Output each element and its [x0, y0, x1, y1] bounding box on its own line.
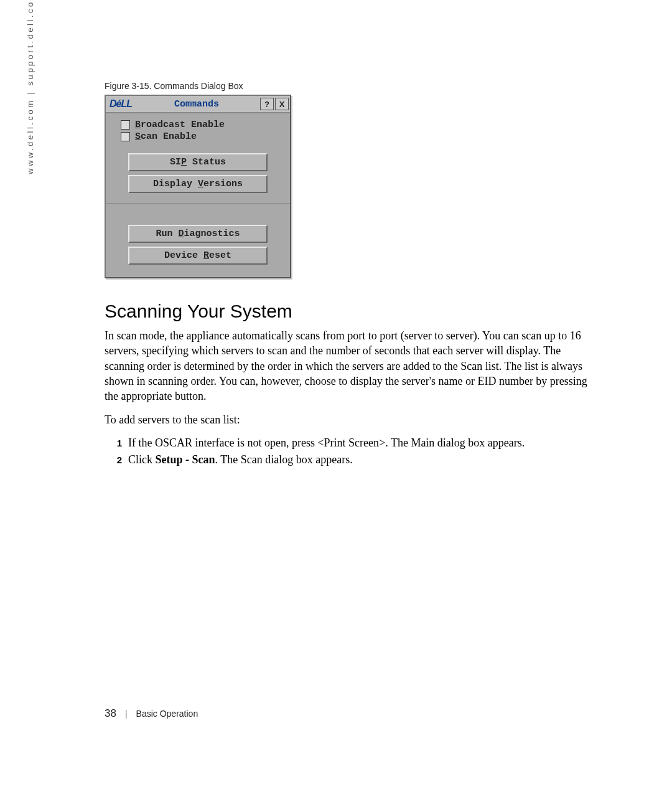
figure-caption: Figure 3-15. Commands Dialog Box: [105, 81, 596, 91]
run-diagnostics-button[interactable]: Run Diagnostics: [128, 225, 268, 243]
section-heading: Scanning Your System: [105, 301, 596, 322]
list-item: 1 If the OSCAR interface is not open, pr…: [105, 437, 596, 450]
dialog-title: Commands: [134, 99, 259, 110]
list-item: 2 Click Setup - Scan. The Scan dialog bo…: [105, 453, 596, 466]
step-number: 2: [105, 453, 122, 466]
step-text: Click Setup - Scan. The Scan dialog box …: [128, 453, 353, 466]
checkbox-icon[interactable]: [121, 132, 130, 141]
ordered-list: 1 If the OSCAR interface is not open, pr…: [105, 437, 596, 466]
sip-status-button[interactable]: SIP Status: [128, 153, 268, 171]
step-text: If the OSCAR interface is not open, pres…: [128, 437, 525, 450]
step-number: 1: [105, 437, 122, 450]
body-paragraph: To add servers to the scan list:: [105, 412, 596, 427]
broadcast-enable-row[interactable]: Broadcast Enable: [121, 120, 284, 130]
dell-logo: DéLL: [107, 98, 134, 110]
device-reset-button[interactable]: Device Reset: [128, 247, 268, 265]
footer-separator: |: [125, 709, 128, 719]
scan-enable-row[interactable]: Scan Enable: [121, 131, 284, 142]
sidebar-url: www.dell.com | support.dell.com: [26, 0, 35, 174]
checkbox-label: Broadcast Enable: [135, 120, 225, 130]
checkbox-label: Scan Enable: [135, 131, 197, 142]
commands-dialog: DéLL Commands ? X Broadcast Enable Scan …: [105, 95, 291, 278]
checkbox-icon[interactable]: [121, 120, 130, 130]
dialog-titlebar: DéLL Commands ? X: [106, 96, 290, 113]
divider: [106, 203, 290, 221]
button-group-2: Run Diagnostics Device Reset: [112, 225, 284, 265]
button-group-1: SIP Status Display Versions: [112, 153, 284, 193]
dialog-body: Broadcast Enable Scan Enable SIP Status …: [106, 113, 290, 277]
footer-section: Basic Operation: [136, 709, 198, 719]
body-paragraph: In scan mode, the appliance automaticall…: [105, 328, 596, 404]
display-versions-button[interactable]: Display Versions: [128, 175, 268, 193]
page-number: 38: [105, 707, 116, 720]
help-icon[interactable]: ?: [260, 98, 274, 110]
close-icon[interactable]: X: [275, 98, 289, 110]
page-content: Figure 3-15. Commands Dialog Box DéLL Co…: [105, 81, 596, 470]
page-footer: 38 | Basic Operation: [105, 707, 198, 720]
